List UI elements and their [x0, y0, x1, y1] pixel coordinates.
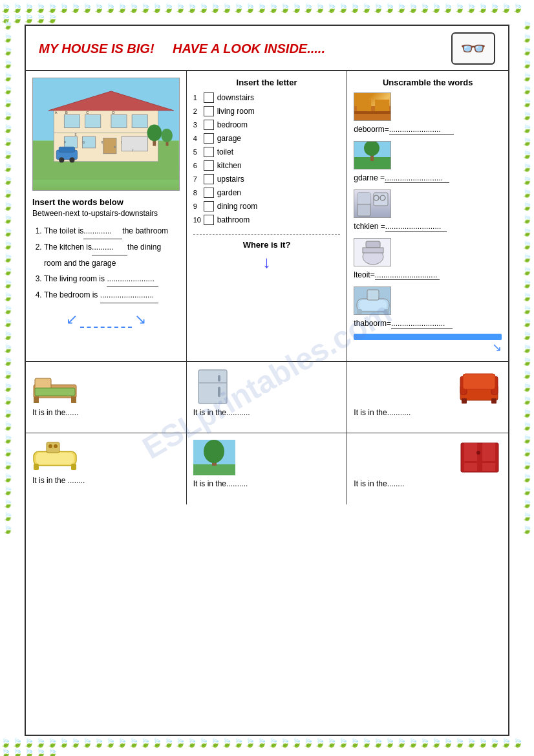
bottom-cell-6: It is in the........	[347, 433, 508, 504]
exercise-2: The kitchen is..........the dining room …	[44, 239, 180, 271]
page: // rendered via template below 🍃🍃🍃🍃🍃🍃🍃🍃🍃…	[0, 0, 534, 756]
svg-point-85	[476, 451, 480, 455]
garden-img	[354, 141, 391, 169]
house-illustration: A B C D E F G H I J	[32, 78, 180, 191]
svg-rect-5	[85, 114, 101, 127]
svg-rect-66	[463, 374, 495, 389]
bathtub-image	[32, 440, 78, 472]
bottom-deco-row: 🍃🍃🍃🍃🍃🍃🍃🍃🍃🍃🍃🍃🍃🍃🍃🍃🍃🍃🍃🍃🍃🍃🍃🍃🍃🍃🍃🍃🍃🍃🍃🍃🍃🍃🍃🍃🍃🍃🍃🍃…	[0, 737, 534, 756]
letter-checkbox[interactable]	[204, 201, 214, 211]
svg-text:B: B	[65, 111, 68, 114]
armchair-image	[456, 369, 502, 404]
col1: A B C D E F G H I J Insert the words bel…	[26, 71, 187, 361]
svg-rect-34	[375, 100, 389, 111]
svg-rect-7	[132, 114, 147, 127]
svg-text:F: F	[64, 141, 66, 144]
item-num: 1	[193, 94, 204, 102]
letter-checkbox[interactable]	[204, 215, 214, 225]
insert-letter-title: Insert the letter	[193, 78, 341, 87]
svg-rect-62	[218, 387, 220, 397]
it-is-2: It is in the...........	[193, 408, 341, 417]
item-word: toilet	[217, 147, 233, 157]
scramble-3: tchkien =..........................	[354, 222, 502, 232]
svg-rect-82	[482, 443, 495, 461]
svg-rect-56	[35, 388, 75, 396]
item-word: kitchen	[217, 161, 242, 170]
unscramble-item-5: thaboorm=.........................	[354, 286, 502, 329]
list-item: 3 bedroom	[193, 120, 341, 130]
svg-rect-59	[198, 370, 227, 404]
bottom-cell-2: It is in the...........	[187, 362, 348, 433]
left-arrow-icon: ↙	[66, 311, 78, 328]
svg-rect-51	[357, 309, 362, 314]
svg-rect-57	[34, 396, 39, 403]
bottom-cell-3: It is in the...........	[347, 362, 508, 433]
letter-checkbox[interactable]	[204, 133, 214, 144]
svg-point-17	[69, 157, 74, 162]
svg-rect-77	[193, 464, 235, 475]
svg-point-16	[59, 157, 64, 162]
letter-checkbox[interactable]	[204, 120, 214, 130]
it-is-5: It is in the..........	[193, 479, 341, 488]
svg-rect-6	[111, 114, 127, 127]
svg-text:A: A	[55, 111, 58, 114]
clothes-image	[458, 440, 502, 475]
svg-rect-9	[64, 136, 77, 148]
bottom-cell-5: It is in the..........	[187, 433, 348, 504]
ex3-text: The living room is .....................…	[44, 274, 158, 283]
svg-rect-53	[367, 290, 379, 300]
svg-rect-81	[464, 443, 477, 461]
where-is-it: Where is it?	[193, 234, 341, 250]
list-item: 10 bathroom	[193, 215, 341, 225]
svg-rect-67	[462, 398, 467, 404]
svg-rect-50	[359, 300, 387, 310]
it-is-1: It is in the......	[32, 408, 180, 417]
bathroom-img	[354, 286, 391, 315]
scramble-2: gdarne =...........................	[354, 173, 502, 183]
svg-rect-58	[71, 396, 76, 403]
unscramble-item-2: gdarne =...........................	[354, 141, 502, 183]
svg-text:I: I	[122, 141, 122, 144]
bottom-padding	[26, 504, 508, 524]
toilet-img	[354, 238, 391, 266]
letter-checkbox[interactable]	[204, 174, 214, 184]
svg-rect-11	[103, 138, 116, 154]
svg-point-12	[114, 146, 116, 148]
list-item: 8 garden	[193, 188, 341, 198]
main-section: A B C D E F G H I J Insert the words bel…	[26, 71, 508, 362]
letter-checkbox[interactable]	[204, 188, 214, 198]
header: MY HOUSE IS BIG! HAVE A LOOK INSIDE.....…	[26, 26, 508, 71]
svg-point-21	[161, 129, 173, 142]
col1-arrow-hint: ↙ ↘	[32, 311, 180, 328]
unscramble-item-4: lteoit=.............................	[354, 238, 502, 280]
svg-point-79	[204, 440, 224, 463]
svg-rect-61	[218, 375, 220, 382]
item-num: 6	[193, 162, 204, 169]
item-num: 9	[193, 202, 204, 210]
item-num: 10	[193, 216, 204, 224]
list-item: 9 dining room	[193, 201, 341, 211]
ex2-text: The kitchen is..........the dining room …	[44, 243, 161, 268]
bedroom-img	[354, 92, 391, 121]
svg-rect-71	[34, 464, 39, 470]
svg-rect-46	[366, 241, 380, 248]
list-item: 7 upstairs	[193, 174, 341, 184]
item-word: upstairs	[217, 175, 244, 184]
letter-checkbox[interactable]	[204, 106, 214, 116]
ex1-text: The toilet is.............the bathroom	[44, 226, 168, 235]
item-num: 2	[193, 107, 204, 115]
col2: Insert the letter 1 downstairs 2 living …	[187, 71, 348, 361]
svg-rect-70	[36, 453, 74, 464]
letter-checkbox[interactable]	[204, 160, 214, 171]
scramble-1: deboorm=........................	[354, 125, 502, 135]
exercise-3: The living room is .....................…	[44, 271, 180, 287]
down-arrow-icon: ↓	[193, 252, 341, 272]
top-deco-row: 🍃🍃🍃🍃🍃🍃🍃🍃🍃🍃🍃🍃🍃🍃🍃🍃🍃🍃🍃🍃🍃🍃🍃🍃🍃🍃🍃🍃🍃🍃🍃🍃🍃🍃🍃🍃🍃🍃🍃🍃…	[0, 3, 534, 23]
page-title: MY HOUSE IS BIG! HAVE A LOOK INSIDE.....	[39, 41, 325, 56]
letter-checkbox[interactable]	[204, 92, 214, 103]
kitchen-img	[354, 189, 391, 218]
item-num: 5	[193, 148, 204, 156]
letter-checkbox[interactable]	[204, 147, 214, 157]
svg-rect-73	[47, 442, 59, 453]
bottom-cell-1: It is in the......	[26, 362, 187, 433]
